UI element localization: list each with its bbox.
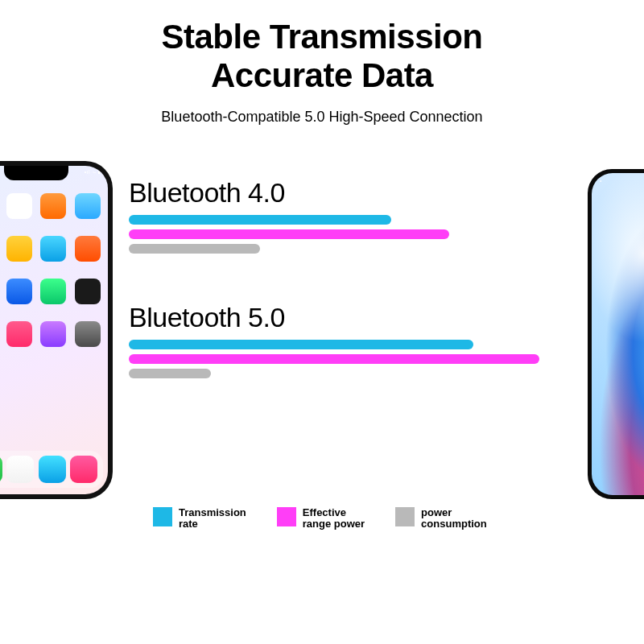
page-title: Stable Transmission Accurate Data — [0, 18, 644, 96]
status-bar-icons: •ıl ⏦ ▮ — [85, 169, 101, 175]
app-icon-shape — [40, 193, 66, 219]
app-icon-shape — [6, 193, 32, 219]
app-icon — [38, 321, 69, 356]
legend-item: Transmissionrate — [153, 507, 246, 530]
app-icon — [38, 236, 69, 270]
chart-group: Bluetooth 5.0 — [129, 302, 539, 378]
chart-bar-effective_range_power — [129, 229, 449, 239]
dock-app-icon — [6, 456, 34, 483]
app-icon-shape — [40, 279, 66, 304]
app-icon: 家庭 — [0, 236, 1, 270]
header: Stable Transmission Accurate Data Blueto… — [0, 0, 644, 126]
app-icon: 相机 — [0, 193, 1, 228]
phone-right-screen: •▮ — [592, 173, 644, 495]
home-app-grid: 相机家庭天气健康 — [0, 193, 103, 356]
app-icon: 健康 — [0, 321, 1, 356]
legend-label: Effectiverange power — [303, 507, 365, 530]
legend-swatch — [153, 507, 172, 526]
legend-label: Transmissionrate — [179, 507, 246, 530]
chart-group-label: Bluetooth 5.0 — [129, 302, 539, 333]
phone-notch — [4, 166, 68, 180]
app-icon-shape — [40, 236, 66, 262]
bluetooth-comparison-chart: Bluetooth 4.0Bluetooth 5.0 — [129, 177, 539, 427]
app-icon-shape — [40, 321, 66, 347]
app-icon — [4, 279, 35, 313]
phone-left: •ıl ⏦ ▮ 相机家庭天气健康 — [0, 161, 113, 499]
app-icon-shape — [75, 193, 101, 219]
status-bar: •▮ — [592, 178, 644, 184]
dock-app-icon — [39, 456, 66, 483]
dock-app-icon — [0, 456, 2, 483]
chart-legend: TransmissionrateEffectiverange powerpowe… — [153, 507, 487, 530]
page-subtitle: Bluetooth-Compatible 5.0 High-Speed Conn… — [0, 109, 644, 126]
app-icon — [4, 193, 35, 228]
app-icon — [72, 236, 104, 270]
phone-left-screen: •ıl ⏦ ▮ 相机家庭天气健康 — [0, 166, 108, 494]
legend-item: Effectiverange power — [277, 507, 365, 530]
chart-bar-power_consumption — [129, 369, 211, 378]
phone-dock — [0, 451, 103, 488]
app-icon-shape — [6, 236, 32, 262]
app-icon: 天气 — [0, 279, 1, 313]
app-icon — [72, 279, 104, 313]
dock-app-icon — [70, 456, 97, 483]
app-icon-shape — [75, 279, 101, 304]
chart-bar-power_consumption — [129, 244, 260, 254]
app-icon — [4, 236, 35, 270]
app-icon-shape — [75, 236, 101, 262]
chart-bar-transmission_rate — [129, 215, 391, 225]
app-icon-shape — [6, 321, 32, 347]
title-line-2: Accurate Data — [211, 56, 433, 94]
chart-bar-effective_range_power — [129, 354, 539, 364]
app-icon — [38, 193, 69, 228]
legend-swatch — [277, 507, 296, 526]
app-icon — [72, 321, 104, 356]
app-icon — [38, 279, 69, 313]
app-icon-shape — [75, 321, 101, 347]
phone-right: •▮ — [588, 169, 644, 499]
chart-group-label: Bluetooth 4.0 — [129, 177, 539, 208]
title-line-1: Stable Transmission — [162, 18, 483, 56]
legend-swatch — [395, 507, 415, 526]
legend-item: powerconsumption — [395, 507, 487, 530]
app-icon — [4, 321, 35, 356]
chart-bar-transmission_rate — [129, 340, 473, 349]
app-icon — [72, 193, 104, 228]
chart-group: Bluetooth 4.0 — [129, 177, 539, 254]
app-icon-shape — [6, 279, 32, 304]
legend-label: powerconsumption — [421, 507, 487, 530]
